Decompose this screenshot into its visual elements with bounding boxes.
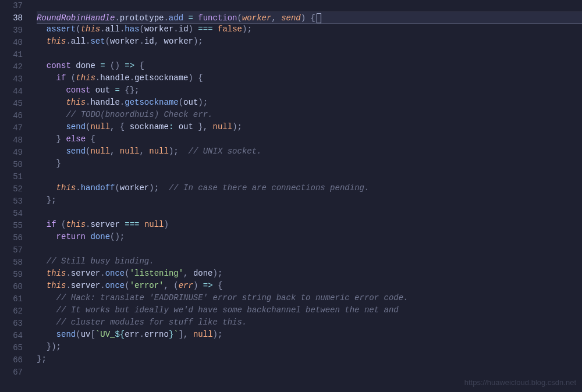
line-number: 65 <box>0 342 23 354</box>
code-line[interactable]: if (this.server === null) <box>37 219 582 231</box>
code-line[interactable] <box>37 170 582 182</box>
line-number: 45 <box>0 98 23 110</box>
line-number: 37 <box>0 0 23 12</box>
code-line[interactable]: // It works but ideally we'd have some b… <box>37 304 582 316</box>
code-line[interactable] <box>37 365 582 377</box>
code-line[interactable]: return done(); <box>37 231 582 243</box>
code-line[interactable] <box>37 48 582 60</box>
line-number: 58 <box>0 256 23 269</box>
line-number: 51 <box>0 171 23 183</box>
code-line[interactable]: }; <box>37 194 582 206</box>
code-line[interactable]: } else { <box>37 133 582 145</box>
line-number: 63 <box>0 318 23 330</box>
line-number: 47 <box>0 122 23 134</box>
code-line[interactable]: this.handoff(worker); // In case there a… <box>37 182 582 194</box>
code-line[interactable]: }); <box>37 341 582 353</box>
line-number: 64 <box>0 330 23 342</box>
line-number: 62 <box>0 305 23 318</box>
line-number: 66 <box>0 354 23 366</box>
code-line[interactable]: this.server.once('error', (err) => { <box>37 280 582 292</box>
code-line[interactable]: this.handle.getsockname(out); <box>37 97 582 109</box>
code-line[interactable]: if (this.handle.getsockname) { <box>37 72 582 84</box>
line-number: 42 <box>0 61 23 73</box>
code-line[interactable]: // cluster modules for stuff like this. <box>37 316 582 329</box>
code-editor[interactable]: 3738394041424344454647484950515253545556… <box>0 0 582 392</box>
code-line[interactable] <box>37 243 582 255</box>
line-number-gutter: 3738394041424344454647484950515253545556… <box>0 0 32 392</box>
line-number: 67 <box>0 366 23 379</box>
watermark-text: https://huaweicloud.blog.csdn.net <box>464 376 576 389</box>
code-line[interactable]: send(uv[`UV_${err.errno}`], null); <box>37 329 582 341</box>
code-line[interactable]: const done = () => { <box>37 60 582 72</box>
line-number: 40 <box>0 37 23 49</box>
line-number: 59 <box>0 269 23 281</box>
line-number: 38 <box>0 12 23 24</box>
code-line[interactable]: this.server.once('listening', done); <box>37 268 582 280</box>
line-number: 61 <box>0 293 23 305</box>
cursor <box>317 13 321 23</box>
code-line[interactable]: // Still busy binding. <box>37 255 582 268</box>
code-line[interactable] <box>37 206 582 219</box>
line-number: 55 <box>0 220 23 232</box>
line-number: 57 <box>0 244 23 256</box>
code-area[interactable]: RoundRobinHandle.prototype.add = functio… <box>32 0 582 392</box>
code-line[interactable]: // Hack: translate 'EADDRINUSE' error st… <box>37 292 582 304</box>
line-number: 43 <box>0 73 23 85</box>
line-number: 53 <box>0 195 23 208</box>
line-number: 56 <box>0 232 23 244</box>
line-number: 39 <box>0 24 23 37</box>
line-number: 50 <box>0 159 23 171</box>
line-number: 54 <box>0 208 23 220</box>
code-line[interactable]: send(null, null, null); // UNIX socket. <box>37 145 582 158</box>
line-number: 48 <box>0 134 23 147</box>
code-line[interactable]: }; <box>37 353 582 365</box>
line-number: 44 <box>0 85 23 98</box>
line-number: 60 <box>0 281 23 293</box>
code-line[interactable] <box>37 0 582 12</box>
line-number: 41 <box>0 49 23 61</box>
code-line[interactable]: const out = {}; <box>37 84 582 97</box>
code-line[interactable]: RoundRobinHandle.prototype.add = functio… <box>37 12 582 24</box>
line-number: 52 <box>0 183 23 195</box>
code-line[interactable]: assert(this.all.has(worker.id) === false… <box>37 23 582 35</box>
code-line[interactable]: // TODO(bnoordhuis) Check err. <box>37 109 582 121</box>
line-number: 46 <box>0 110 23 122</box>
code-line[interactable]: this.all.set(worker.id, worker); <box>37 35 582 48</box>
code-line[interactable]: } <box>37 158 582 170</box>
line-number: 49 <box>0 147 23 159</box>
code-line[interactable]: send(null, { sockname: out }, null); <box>37 121 582 133</box>
